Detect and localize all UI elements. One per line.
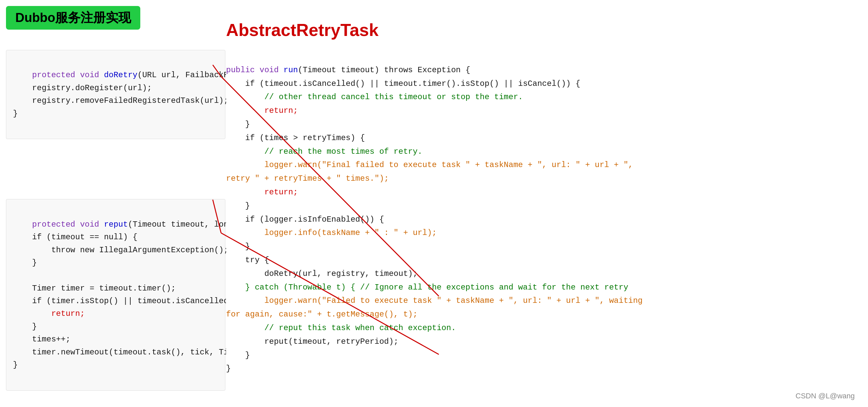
right-panel: AbstractRetryTask public void run(Timeou… <box>226 20 858 389</box>
code-method: doRetry <box>104 70 137 80</box>
left-code-block-2: protected void reput(Timeout timeout, lo… <box>6 199 225 390</box>
title-badge: Dubbo服务注册实现 <box>6 6 140 30</box>
code-keyword: protected void <box>32 70 104 80</box>
code-method-2: reput <box>104 220 128 229</box>
footer-attribution: CSDN @L@wang <box>796 392 855 400</box>
section-title: AbstractRetryTask <box>226 20 858 40</box>
left-code-block-1: protected void doRetry(URL url, Failback… <box>6 50 225 139</box>
right-code-block: public void run(Timeout timeout) throws … <box>226 50 858 389</box>
code-keyword-2: protected void <box>32 220 104 229</box>
left-panel: protected void doRetry(URL url, Failback… <box>6 50 225 391</box>
